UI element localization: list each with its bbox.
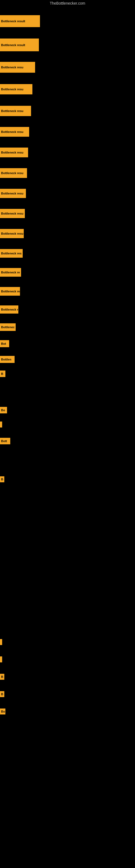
bottleneck-result-bar: Bottleneck result — [0, 15, 40, 27]
bottleneck-label: B — [1, 692, 3, 696]
bottleneck-label: Bottleneck resu — [1, 109, 24, 113]
bottleneck-result-bar: Bottleneck re — [0, 287, 20, 296]
bottleneck-result-bar: Bott — [0, 438, 10, 444]
bottleneck-label: Bottleneck resu — [1, 212, 24, 215]
bottleneck-result-bar: Bottleneck result — [0, 38, 39, 51]
bottleneck-label: Bottleneck re — [1, 290, 20, 293]
bottleneck-label: Bottleneck resu — [1, 66, 24, 69]
bottleneck-label: Bottleneck resu — [1, 88, 24, 91]
bottleneck-label: Bottleneck resu — [1, 151, 24, 154]
bottleneck-result-bar: Bottleneck resu — [0, 148, 28, 157]
bottleneck-result-bar: B — [0, 674, 4, 680]
bottleneck-result-bar: Bottleneck re — [0, 305, 18, 314]
bottleneck-label: Bottleneck resu — [1, 130, 24, 133]
bottleneck-label: B — [1, 478, 3, 481]
bottleneck-result-bar: Bottlenec — [0, 323, 16, 331]
bottleneck-label: Bottleneck res — [1, 252, 21, 255]
bottleneck-result-bar — [0, 656, 2, 662]
bottleneck-result-bar: Bo — [0, 407, 7, 413]
bottleneck-label: Bottleneck re — [1, 308, 18, 311]
bottleneck-result-bar: Bottleneck re — [0, 268, 21, 277]
bottleneck-label: Bottlen — [1, 358, 11, 361]
site-title: TheBottlenecker.com — [0, 0, 135, 6]
bottleneck-label: Bottleneck result — [1, 20, 25, 23]
bottleneck-result-bar: Bot — [0, 340, 9, 347]
bottleneck-result-bar: Bottleneck resu — [0, 229, 24, 238]
bottleneck-label: Bottleneck result — [1, 43, 25, 46]
bottleneck-result-bar: B — [0, 691, 4, 697]
bottleneck-result-bar: Bo — [0, 709, 5, 714]
bottleneck-label: Bo — [1, 710, 5, 713]
bottleneck-label: Bottlenec — [1, 326, 14, 329]
bottleneck-result-bar: Bottleneck resu — [0, 84, 32, 94]
bottleneck-result-bar: Bottleneck resu — [0, 168, 27, 178]
bottleneck-label: Bottleneck resu — [1, 232, 24, 235]
bottleneck-label: B — [1, 372, 3, 375]
bottleneck-result-bar — [0, 639, 2, 645]
bottleneck-result-bar: Bottleneck resu — [0, 127, 29, 137]
bottleneck-result-bar — [0, 422, 2, 428]
bottleneck-label: Bottleneck resu — [1, 192, 24, 195]
bottleneck-label: Bott — [1, 439, 7, 443]
bottleneck-result-bar: Bottleneck resu — [0, 189, 26, 198]
bottleneck-result-bar: Bottleneck resu — [0, 209, 25, 218]
bottleneck-result-bar: Bottleneck resu — [0, 106, 31, 116]
bottleneck-label: Bot — [1, 342, 6, 345]
bottleneck-result-bar: Bottleneck res — [0, 249, 23, 258]
bottleneck-label: B — [1, 675, 3, 678]
bottleneck-label: Bo — [1, 408, 5, 412]
bottleneck-label: Bottleneck resu — [1, 172, 24, 175]
bottleneck-result-bar: Bottlen — [0, 356, 14, 363]
bottleneck-result-bar: B — [0, 371, 5, 377]
bottleneck-label: Bottleneck re — [1, 271, 20, 274]
bottleneck-result-bar: Bottleneck resu — [0, 62, 35, 73]
bottleneck-result-bar: B — [0, 476, 4, 482]
